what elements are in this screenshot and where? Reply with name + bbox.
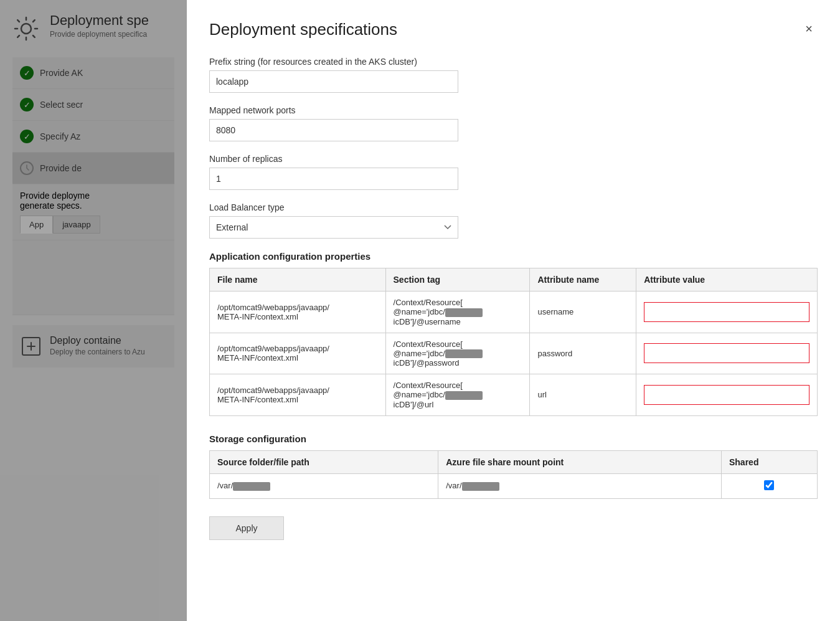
replicas-input[interactable] [209,168,458,190]
row1-attr-value-cell [636,292,818,333]
row1-attr-name: username [530,292,636,333]
prefix-form-group: Prefix string (for resources created in … [209,57,818,93]
ports-input[interactable] [209,119,458,141]
ports-label: Mapped network ports [209,105,818,115]
row2-attr-value-cell [636,333,818,374]
lb-label: Load Balancer type [209,202,818,212]
redacted-3 [445,391,483,400]
close-button[interactable]: × [800,20,818,37]
prefix-input[interactable] [209,70,458,93]
lb-form-group: Load Balancer type External Internal Non… [209,202,818,239]
storage-header-row: Source folder/file path Azure file share… [210,450,818,473]
row1-file-name: /opt/tomcat9/webapps/javaapp/META-INF/co… [210,292,386,333]
ports-form-group: Mapped network ports [209,105,818,141]
col-section-tag: Section tag [385,268,530,292]
app-config-header-row: File name Section tag Attribute name Att… [210,268,818,292]
row3-section-tag: /Context/Resource[@name='jdbc/ icDB']/@u… [385,374,530,416]
modal-header: Deployment specifications × [209,20,818,39]
table-row: /opt/tomcat9/webapps/javaapp/META-INF/co… [210,333,818,374]
row2-attr-name: password [530,333,636,374]
row1-section-tag: /Context/Resource[@name='jdbc/ icDB']/@u… [385,292,530,333]
app-config-section-title: Application configuration properties [209,251,818,262]
row3-attr-value-cell [636,374,818,416]
col-file-name: File name [210,268,386,292]
storage-config-section-title: Storage configuration [209,434,818,444]
lb-select[interactable]: External Internal None [209,216,458,239]
col-shared: Shared [721,450,817,473]
storage-row1-shared-cell [721,473,817,498]
col-source-path: Source folder/file path [210,450,438,473]
prefix-label: Prefix string (for resources created in … [209,57,818,67]
modal-dialog: Deployment specifications × Prefix strin… [187,0,840,621]
row3-file-name: /opt/tomcat9/webapps/javaapp/META-INF/co… [210,374,386,416]
app-config-table: File name Section tag Attribute name Att… [209,268,818,416]
col-attr-name: Attribute name [530,268,636,292]
table-row: /opt/tomcat9/webapps/javaapp/META-INF/co… [210,374,818,416]
replicas-label: Number of replicas [209,154,818,164]
redacted-2 [445,349,483,358]
table-row: /var/ /var/ [210,473,818,498]
row2-section-tag: /Context/Resource[@name='jdbc/ icDB']/@p… [385,333,530,374]
row1-attr-value-input[interactable] [644,302,809,322]
storage-redacted-1 [233,482,270,491]
storage-row1-shared-checkbox[interactable] [764,480,774,490]
replicas-form-group: Number of replicas [209,154,818,190]
storage-row1-source: /var/ [210,473,438,498]
row3-attr-name: url [530,374,636,416]
storage-config-table: Source folder/file path Azure file share… [209,450,818,499]
row3-attr-value-input[interactable] [644,385,809,405]
row2-attr-value-input[interactable] [644,343,809,363]
redacted-1 [445,308,483,317]
modal-title: Deployment specifications [209,20,397,39]
col-attr-value: Attribute value [636,268,818,292]
storage-redacted-2 [462,482,499,491]
col-mount-point: Azure file share mount point [438,450,722,473]
storage-row1-mount: /var/ [438,473,722,498]
table-row: /opt/tomcat9/webapps/javaapp/META-INF/co… [210,292,818,333]
apply-button[interactable]: Apply [209,516,284,540]
row2-file-name: /opt/tomcat9/webapps/javaapp/META-INF/co… [210,333,386,374]
